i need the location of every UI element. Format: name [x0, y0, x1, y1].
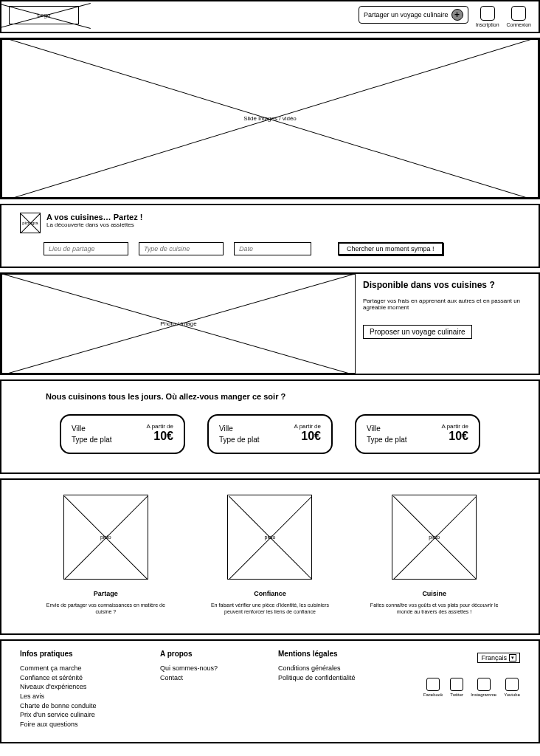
value-text: Envie de partager vos connaissances en m… [39, 602, 172, 615]
share-voyage-button[interactable]: Partager un voyage culinaire + [359, 6, 468, 24]
footer-col-about: A propos Qui sommes-nous? Contact [160, 650, 256, 729]
place-input[interactable] [44, 242, 128, 255]
value-picto-icon: picto [63, 495, 148, 580]
footer: Infos pratiques Comment ça marche Confia… [0, 639, 540, 743]
signup-button[interactable] [480, 6, 495, 21]
footer-link[interactable]: Les avis [20, 692, 138, 701]
login-label: Connexion [507, 22, 531, 27]
search-picto-icon: pictogra [20, 213, 41, 233]
offers-section: Nous cuisinons tous les jours. Où allez-… [0, 379, 540, 474]
cuisine-type-input[interactable] [139, 242, 224, 255]
value-picto-icon: picto [227, 495, 312, 580]
value-item: picto Partage Envie de partager vos conn… [39, 495, 172, 615]
search-button[interactable]: Chercher un moment sympa ! [338, 242, 443, 255]
footer-link[interactable]: Contact [160, 673, 256, 683]
footer-link[interactable]: Charte de bonne conduite [20, 701, 138, 711]
footer-link[interactable]: Foire aux questions [20, 720, 138, 729]
promo-text: Partager vos frais en apprenant aux autr… [363, 298, 531, 311]
offers-heading: Nous cuisinons tous les jours. Où allez-… [46, 392, 509, 401]
value-title: Confiance [204, 590, 336, 597]
promo-title: Disponible dans vos cuisines ? [363, 280, 531, 290]
footer-link[interactable]: Comment ça marche [20, 664, 138, 673]
value-item: picto Cuisine Faites connaître vos goûts… [368, 495, 501, 615]
date-input[interactable] [234, 242, 311, 255]
footer-link[interactable]: Conditions générales [278, 664, 389, 673]
facebook-button[interactable] [426, 678, 440, 691]
logo[interactable]: Logo [9, 6, 79, 24]
value-text: En faisant vérifier une pièce d'identité… [204, 602, 336, 615]
plus-icon: + [451, 9, 463, 21]
value-picto-icon: picto [392, 495, 477, 580]
value-title: Cuisine [368, 590, 501, 597]
propose-voyage-button[interactable]: Proposer un voyage culinaire [363, 325, 472, 339]
search-title: A vos cuisines… Partez ! [46, 213, 142, 221]
footer-col-right: Français ▾ Facebook Twitter Instagramme … [423, 650, 520, 729]
footer-col-legal: Mentions légales Conditions générales Po… [278, 650, 389, 729]
chevron-down-icon: ▾ [509, 654, 516, 662]
value-title: Partage [39, 590, 172, 597]
twitter-button[interactable] [450, 678, 463, 691]
footer-link[interactable]: Confiance et sérénité [20, 673, 138, 683]
values-section: picto Partage Envie de partager vos conn… [0, 478, 540, 635]
value-text: Faites connaître vos goûts et vos plats … [368, 602, 501, 615]
hero-section: Slide images / vidéo [0, 38, 540, 199]
header: Logo Partager un voyage culinaire + Insc… [0, 0, 540, 33]
instagram-button[interactable] [477, 678, 491, 691]
hero-media: Slide images / vidéo [1, 39, 539, 198]
footer-col-infos: Infos pratiques Comment ça marche Confia… [20, 650, 138, 729]
search-section: pictogra A vos cuisines… Partez ! La déc… [0, 204, 540, 268]
footer-link[interactable]: Politique de confidentialité [278, 673, 389, 683]
search-subtitle: La découverte dans vos assiettes [46, 221, 142, 228]
offer-card[interactable]: VilleType de plat A partir de10€ [207, 414, 333, 454]
promo-section: Photo / image Disponible dans vos cuisin… [0, 272, 540, 375]
footer-link[interactable]: Niveaux d'expériences [20, 682, 138, 692]
footer-link[interactable]: Qui sommes-nous? [160, 664, 256, 673]
offer-card[interactable]: VilleType de plat A partir de10€ [355, 414, 480, 454]
promo-image: Photo / image [1, 274, 356, 374]
value-item: picto Confiance En faisant vérifier une … [204, 495, 336, 615]
signup-label: Inscription [476, 22, 499, 27]
youtube-button[interactable] [505, 678, 519, 691]
login-button[interactable] [511, 6, 526, 21]
language-selector[interactable]: Français ▾ [477, 653, 520, 663]
footer-link[interactable]: Prix d'un service culinaire [20, 710, 138, 720]
offer-card[interactable]: VilleType de plat A partir de10€ [60, 414, 185, 454]
